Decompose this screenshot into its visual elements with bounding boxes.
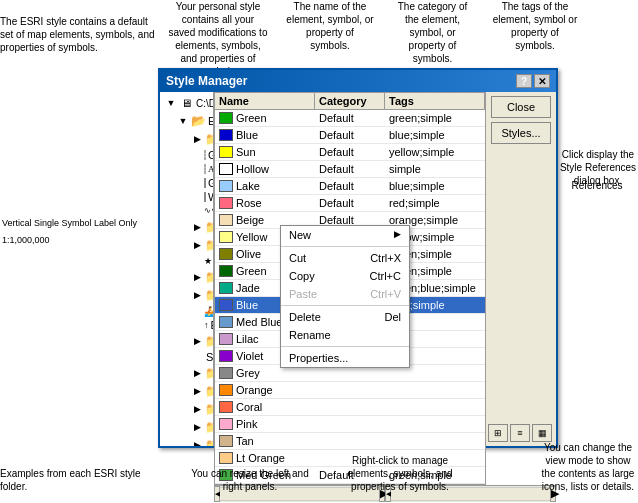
tree-kayaking[interactable]: 🚣 Kayaking [162,304,211,318]
table-row[interactable]: SunDefaultyellow;simple [215,144,485,161]
col-header-tags: Tags [385,93,485,109]
tree-line-patches[interactable]: ▶ 📁 Line Patches [162,236,211,254]
folder-open-icon: 📂 [190,113,206,129]
name-cell: Orange [215,383,315,397]
tree-area-patches[interactable]: ▶ 📁 Area Patches [162,218,211,236]
tree-esri-north1[interactable]: ↑ ESRI North 1 [162,318,211,332]
ctx-delete[interactable]: Delete Del [281,308,409,326]
color-swatch [219,129,233,141]
folder-icon: 📁 [204,437,214,446]
annotation-bottom-right: You can change the view mode to show the… [538,441,638,493]
context-menu: New ▶ Cut Ctrl+X Copy Ctrl+C Paste Ctrl+… [280,225,410,368]
tags-cell: blue;simple [385,179,485,193]
annotation-top-left: The ESRI style contains a default set of… [0,15,155,54]
tree-color-ramps[interactable]: ▶ 📁 Color Ramps [162,418,211,436]
ctx-cut-shortcut: Ctrl+X [370,252,401,264]
tree-scale-texts[interactable]: ▶ 📁 Scale Texts [162,400,211,418]
color-swatch [219,248,233,260]
color-swatch [219,231,233,243]
table-row[interactable]: HollowDefaultsimple [215,161,485,178]
ctx-new[interactable]: New ▶ [281,226,409,244]
ctx-copy[interactable]: Copy Ctrl+C [281,267,409,285]
folder-icon: 📁 [204,131,214,147]
category-cell: Default [315,162,385,176]
annotation-references: References [558,179,636,192]
color-swatch [219,350,233,362]
category-cell: Default [315,145,385,159]
table-row[interactable]: BlueDefaultblue;simple [215,127,485,144]
annotation-top-name: The name of the element, symbol, or prop… [285,0,375,52]
category-cell: Default [315,111,385,125]
category-cell: Default [315,128,385,142]
folder-icon: 📁 [204,419,214,435]
name-cell: Tan [215,434,315,448]
annotation-top-tags: The tags of the element, symbol or prope… [490,0,580,52]
table-row[interactable]: LakeDefaultblue;simple [215,178,485,195]
table-row[interactable]: Coral [215,399,485,416]
tree-labels[interactable]: ▶ 📁 Labels [162,268,211,286]
color-swatch [219,384,233,396]
titlebar-buttons: ? ✕ [516,74,550,88]
name-cell: Green [215,111,315,125]
ctx-rename[interactable]: Rename [281,326,409,344]
name-cell: Grey [215,366,315,380]
color-swatch [219,197,233,209]
table-row[interactable]: Tan [215,433,485,450]
tree-graticule[interactable]: Graticule [162,148,211,162]
ctx-sep2 [281,305,409,306]
tree-reference-systems[interactable]: ▶ 📁 Reference Systems [162,130,211,148]
tree-root[interactable]: ▼ 🖥 C:\Documents and Settings\ [162,94,211,112]
table-row[interactable]: GreenDefaultgreen;simple [215,110,485,127]
name-cell: Rose [215,196,315,210]
close-button[interactable]: ✕ [534,74,550,88]
ctx-properties[interactable]: Properties... [281,349,409,367]
ctx-sep3 [281,346,409,347]
close-button[interactable]: Close [491,96,551,118]
color-swatch [219,265,233,277]
tags-cell: simple [385,162,485,176]
category-cell [315,389,385,391]
expand-icon: ▶ [190,288,204,302]
tags-cell [385,389,485,391]
color-swatch [219,418,233,430]
styles-button[interactable]: Styles... [491,122,551,144]
ctx-cut-label: Cut [289,252,306,264]
list-view-btn[interactable]: ≡ [510,424,530,442]
ctx-cut[interactable]: Cut Ctrl+X [281,249,409,267]
details-view-btn[interactable]: ▦ [532,424,552,442]
tree-legend-items[interactable]: ▶ 📁 Legend Items [162,382,211,400]
ctx-properties-label: Properties... [289,352,348,364]
annotation-top-category: The category of the element, symbol, or … [390,0,475,65]
color-swatch [219,299,233,311]
category-cell [315,423,385,425]
tree-capital[interactable]: ★ Capital [162,254,211,268]
folder-icon: 📁 [204,269,214,285]
tree-scale-line1[interactable]: Scale Line 1 [162,350,211,364]
ctx-delete-shortcut: Del [384,311,401,323]
tree-scale-bars[interactable]: ▶ 📁 Scale Bars [162,364,211,382]
tree-grey50[interactable]: Grey 50% [162,176,211,190]
ctx-paste-label: Paste [289,288,317,300]
root-path: C:\Documents and Settings\ [196,98,214,109]
large-icons-view-btn[interactable]: ⊞ [488,424,508,442]
category-cell: Default [315,196,385,210]
tree-panel[interactable]: ▼ 🖥 C:\Documents and Settings\ ▼ 📂 ESRI.… [160,92,214,446]
help-button[interactable]: ? [516,74,532,88]
ctx-paste[interactable]: Paste Ctrl+V [281,285,409,303]
annotation-bottom-center1: You can resize the left and right panels… [185,467,315,493]
tree-water-body[interactable]: Water Body [162,190,211,204]
table-row[interactable]: RoseDefaultred;simple [215,195,485,212]
expand-icon: ▶ [190,402,204,416]
tree-borders[interactable]: ▶ 📁 Borders [162,436,211,446]
tags-cell [385,372,485,374]
tree-large-city[interactable]: AaBb YyZz Large City [162,162,211,176]
ctx-new-arrow: ▶ [394,229,401,241]
table-row[interactable]: Orange [215,382,485,399]
scale-annotation: 1:1,000,000 [2,235,50,245]
tree-esri-style[interactable]: ▼ 📂 ESRI.style [162,112,211,130]
table-row[interactable]: Pink [215,416,485,433]
tree-north-arrows[interactable]: ▶ 📁 North Arrows [162,332,211,350]
tree-zigzag[interactable]: ∿∿∿ ZigZag [162,204,211,218]
expand-icon: ▶ [190,220,204,234]
tree-repr-markers[interactable]: ▶ 📁 Representation Markers [162,286,211,304]
